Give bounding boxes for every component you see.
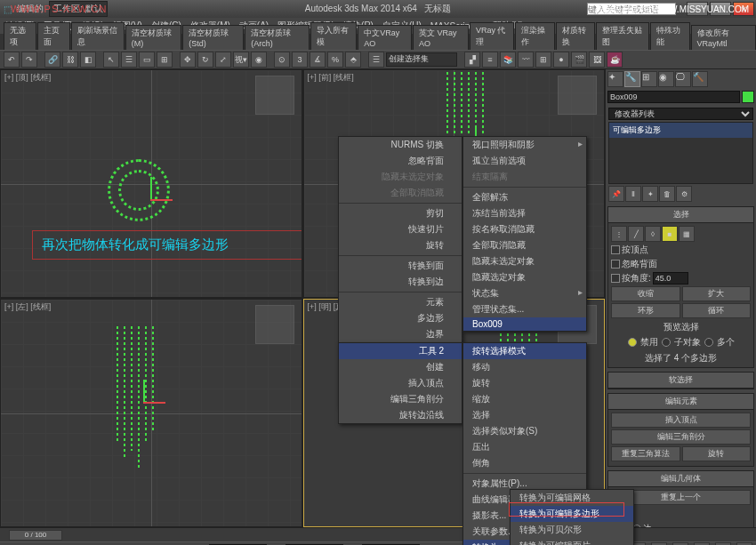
align-button[interactable]: ≡ [482, 52, 498, 68]
modifier-list-dropdown[interactable]: 修改器列表 [608, 108, 753, 120]
mi[interactable]: 隐藏选定对象 [463, 269, 586, 285]
link-button[interactable]: 🔗 [44, 52, 60, 68]
mi[interactable]: 倒角 [463, 455, 586, 471]
tab[interactable]: 中文VRay AO [358, 25, 412, 50]
tab[interactable]: 导入所有模 [310, 22, 357, 50]
viewport-label[interactable]: [+] [前] [线框] [308, 72, 354, 84]
anglesnap-button[interactable]: ∡ [310, 52, 326, 68]
rollout-title[interactable]: 编辑元素 [608, 394, 753, 410]
orbit-button[interactable]: ↻ [694, 542, 710, 546]
loop-button[interactable]: 循环 [682, 303, 752, 318]
mi[interactable]: 剪切 [339, 205, 462, 221]
time-slider[interactable]: 0 / 100 [0, 527, 756, 541]
viewport-top[interactable]: [+] [顶] [线框] 再次把物体转化成可编辑多边形 [0, 69, 302, 298]
preview-off-radio[interactable] [628, 338, 637, 347]
polygon-so-button[interactable]: ■ [662, 226, 678, 242]
ignore-backface-check[interactable] [611, 260, 620, 268]
element-so-button[interactable]: ▦ [679, 226, 695, 242]
object-color-swatch[interactable] [742, 91, 754, 103]
tab[interactable]: 主页面 [37, 22, 70, 50]
viewport-left[interactable]: [+] [左] [线框] [0, 299, 302, 527]
mi[interactable]: 选择 [463, 407, 586, 423]
mi-tools2[interactable]: 工具 2 [339, 343, 462, 359]
modifier-item[interactable]: 可编辑多边形 [609, 123, 752, 138]
tab[interactable]: 清空材质球(Std) [182, 25, 244, 50]
tab[interactable]: 清空材质球(M) [125, 25, 182, 50]
manipulate-button[interactable]: ⊙ [274, 52, 290, 68]
by-angle-check[interactable] [611, 274, 620, 283]
by-vertex-check[interactable] [611, 245, 620, 254]
border-so-button[interactable]: ◊ [645, 226, 661, 242]
schematic-button[interactable]: ⊞ [535, 52, 551, 68]
tab[interactable]: 无选项 [4, 22, 36, 50]
mi-insertv[interactable]: 插入顶点 [339, 375, 462, 391]
spin-button[interactable]: 旋转 [682, 446, 752, 461]
tab[interactable]: 清空材质球(Arch) [245, 25, 310, 50]
pctsnap-button[interactable]: % [327, 52, 343, 68]
play-end-button[interactable]: ⏭ [651, 542, 667, 546]
edge-so-button[interactable]: ╱ [628, 226, 644, 242]
select-name-button[interactable]: ☰ [121, 52, 137, 68]
pan-button[interactable]: ✋ [672, 542, 688, 546]
mi-object[interactable]: Box009 [463, 317, 586, 331]
viewcube[interactable] [558, 76, 597, 115]
pin-stack-button[interactable]: 📌 [608, 186, 624, 202]
preview-mul-radio[interactable] [704, 338, 713, 347]
retri-button[interactable]: 重复三角算法 [611, 446, 680, 461]
curve-editor-button[interactable]: 〰 [518, 52, 534, 68]
tab[interactable]: 刷新场景信息 [71, 22, 125, 50]
undo-button[interactable]: ↶ [4, 52, 20, 68]
mi[interactable]: 视口照明和阴影 [463, 137, 586, 153]
editsel-button[interactable]: ☰ [368, 52, 384, 68]
material-editor-button[interactable]: ● [553, 52, 569, 68]
mi[interactable]: 移动 [463, 359, 586, 375]
mi-spinedge[interactable]: 旋转边沿线 [339, 407, 462, 423]
mi[interactable]: 按转选择模式 [463, 343, 586, 359]
mi[interactable]: 选择类似对象(S) [463, 423, 586, 439]
remove-mod-button[interactable]: 🗑 [659, 186, 675, 202]
edit-tri-button[interactable]: 编辑三角剖分 [611, 429, 751, 445]
mi-edittri[interactable]: 编辑三角剖分 [339, 391, 462, 407]
hierarchy-tab[interactable]: ⊞ [641, 71, 657, 87]
modify-tab[interactable]: 🔧 [624, 71, 640, 87]
render-button[interactable]: ☕ [607, 52, 623, 68]
rollout-title[interactable]: 编辑几何体 [608, 471, 753, 487]
scale-button[interactable]: ⤢ [215, 52, 231, 68]
create-tab[interactable]: ✦ [607, 71, 623, 87]
pivot-button[interactable]: ◉ [251, 52, 267, 68]
mi[interactable]: 缩放 [463, 391, 586, 407]
viewport-label[interactable]: [+] [左] [线框] [4, 301, 51, 313]
ring-button[interactable]: 环形 [611, 303, 680, 318]
mi[interactable]: 管理状态集... [463, 301, 586, 317]
grow-button[interactable]: 扩大 [682, 286, 752, 301]
named-selection-combo[interactable]: 创建选择集 [386, 52, 457, 67]
tab[interactable]: 整理丢失贴图 [596, 22, 649, 50]
bind-button[interactable]: ◧ [80, 52, 96, 68]
tab[interactable]: 渲染操作 [515, 22, 555, 50]
motion-tab[interactable]: ◉ [658, 71, 674, 87]
select-button[interactable]: ↖ [103, 52, 119, 68]
render-setup-button[interactable]: 🎬 [571, 52, 587, 68]
transform-gizmo[interactable] [133, 181, 168, 217]
viewport-label[interactable]: [+] [顶] [线框] [4, 72, 51, 84]
display-tab[interactable]: 🖵 [675, 71, 691, 87]
mi[interactable]: 边界 [339, 326, 462, 342]
snap-button[interactable]: 3 [292, 52, 308, 68]
tab[interactable]: 修改所有VRayMtl [691, 25, 756, 50]
mi[interactable]: NURMS 切换 [339, 137, 462, 153]
mi[interactable]: 压出 [463, 439, 586, 455]
mi[interactable]: 转换到边 [339, 274, 462, 290]
redo-button[interactable]: ↷ [21, 52, 37, 68]
tab[interactable]: VRay 代理 [470, 22, 514, 50]
mi[interactable]: 多边形 [339, 310, 462, 326]
mi[interactable]: 忽略背面 [339, 153, 462, 169]
mi[interactable]: 冻结当前选择 [463, 205, 586, 221]
refcoord-button[interactable]: 视▾ [233, 52, 249, 68]
viewcube[interactable] [255, 305, 294, 344]
rotate-button[interactable]: ↻ [197, 52, 213, 68]
object-name-input[interactable] [607, 91, 740, 103]
vertex-so-button[interactable]: ⋮ [611, 226, 627, 242]
mi[interactable]: 转换到面 [339, 258, 462, 274]
mi[interactable]: 旋转 [339, 237, 462, 253]
transform-gizmo[interactable] [125, 384, 161, 420]
